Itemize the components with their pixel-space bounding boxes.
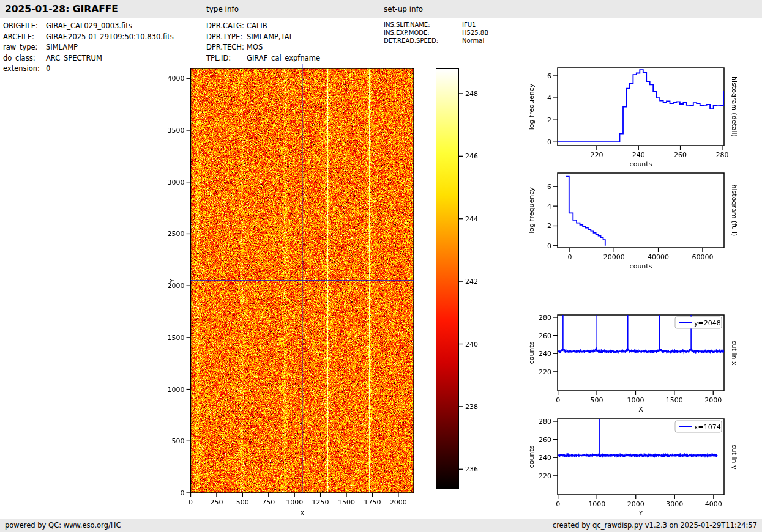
- qc-report-page: 2025-01-28: GIRAFFE type info set-up inf…: [0, 0, 762, 532]
- tick-label: 0: [181, 489, 185, 497]
- tick-label: 2000: [390, 498, 407, 506]
- tick-label: 2: [547, 116, 551, 124]
- tick-label: 220: [539, 472, 551, 480]
- tick-label: 0: [189, 498, 193, 506]
- tick-label: 40000: [648, 253, 669, 261]
- tick-label: 0: [567, 253, 572, 261]
- tick-label: 260: [674, 151, 687, 159]
- cut-in-y-plot: 01000200030004000220240260280Ycountscut …: [528, 418, 738, 517]
- tick-label: 0: [556, 500, 560, 508]
- cut-in-x-plot: 0500100015002000220240260280Xcountscut i…: [528, 314, 738, 413]
- tick-label: 0: [547, 242, 551, 250]
- detector-image-plot: 0250500750100012501500175020000500100015…: [168, 64, 414, 517]
- legend: y=2048: [675, 317, 722, 328]
- tick-label: 280: [539, 418, 551, 426]
- right-axis-label: cut in x: [730, 341, 738, 366]
- tick-label: 1750: [364, 498, 381, 506]
- tick-label: 220: [590, 151, 603, 159]
- tick-label: 2500: [168, 230, 185, 238]
- right-axis-label: histogram (detail): [730, 76, 738, 137]
- tick-label: 242: [465, 278, 478, 286]
- y-axis-label: counts: [528, 341, 536, 364]
- tick-label: 238: [465, 403, 478, 411]
- tick-label: 0: [547, 138, 551, 146]
- tick-label: 280: [539, 314, 551, 322]
- tick-label: 4: [547, 202, 551, 210]
- tick-label: 3000: [168, 179, 185, 187]
- tick-label: 20000: [603, 253, 625, 261]
- tick-label: 250: [210, 498, 223, 506]
- tick-label: 244: [465, 215, 478, 223]
- tick-label: 280: [715, 151, 728, 159]
- tick-label: 246: [465, 152, 478, 160]
- colorbar-ticks: 236238240242244246248: [458, 90, 478, 473]
- tick-label: 500: [172, 437, 185, 445]
- tick-label: 2000: [627, 500, 644, 508]
- tick-label: 1000: [588, 500, 605, 508]
- tick-label: 4: [547, 94, 551, 102]
- tick-label: 1000: [286, 498, 303, 506]
- tick-label: 1250: [312, 498, 329, 506]
- x-axis-label: counts: [630, 262, 652, 270]
- tick-label: 4000: [168, 75, 185, 83]
- tick-label: 1500: [168, 334, 185, 342]
- tick-label: 1500: [666, 396, 683, 404]
- x-axis-label: counts: [630, 160, 652, 168]
- tick-label: 260: [539, 436, 551, 444]
- y-axis-label: counts: [528, 445, 536, 468]
- tick-label: 60000: [692, 253, 713, 261]
- plots-overlay: 0250500750100012501500175020000500100015…: [0, 0, 762, 532]
- tick-label: 240: [632, 151, 645, 159]
- tick-label: 1500: [338, 498, 355, 506]
- legend-label: x=1074: [694, 423, 721, 431]
- tick-label: 3000: [666, 500, 683, 508]
- y-axis-label: log frequency: [528, 83, 536, 130]
- tick-label: 6: [547, 183, 551, 191]
- y-axis-label: log frequency: [528, 187, 536, 234]
- right-axis-label: histogram (full): [730, 185, 738, 237]
- tick-label: 236: [465, 465, 478, 473]
- tick-label: 4000: [705, 500, 722, 508]
- tick-label: 248: [465, 90, 478, 98]
- tick-label: 1000: [627, 396, 644, 404]
- tick-label: 220: [539, 368, 551, 376]
- right-axis-label: cut in y: [730, 445, 738, 470]
- x-axis-label: X: [300, 509, 305, 517]
- tick-label: 2000: [704, 396, 722, 404]
- tick-label: 240: [539, 350, 551, 358]
- noise-trace: [558, 453, 717, 458]
- x-axis-label: Y: [638, 509, 643, 517]
- tick-label: 500: [236, 498, 249, 506]
- histogram-full-plot: 02000040000600000246countslog frequencyh…: [528, 173, 738, 270]
- legend-label: y=2048: [694, 319, 721, 327]
- tick-label: 750: [262, 498, 275, 506]
- histogram-detail-plot: 2202402602800246countslog frequencyhisto…: [528, 68, 738, 168]
- tick-label: 500: [591, 396, 603, 404]
- x-axis-label: X: [638, 405, 643, 413]
- tick-label: 2: [547, 222, 551, 230]
- histogram-step-line: [566, 177, 605, 246]
- tick-label: 0: [556, 396, 560, 404]
- y-axis-label: Y: [168, 278, 176, 283]
- tick-label: 240: [465, 341, 478, 349]
- tick-label: 240: [539, 454, 551, 462]
- tick-label: 1000: [168, 386, 185, 394]
- tick-label: 260: [539, 332, 551, 340]
- legend: x=1074: [675, 421, 722, 432]
- noise-trace: [558, 347, 725, 354]
- tick-label: 6: [547, 72, 551, 80]
- histogram-step-line: [558, 70, 725, 142]
- tick-label: 3500: [168, 127, 185, 135]
